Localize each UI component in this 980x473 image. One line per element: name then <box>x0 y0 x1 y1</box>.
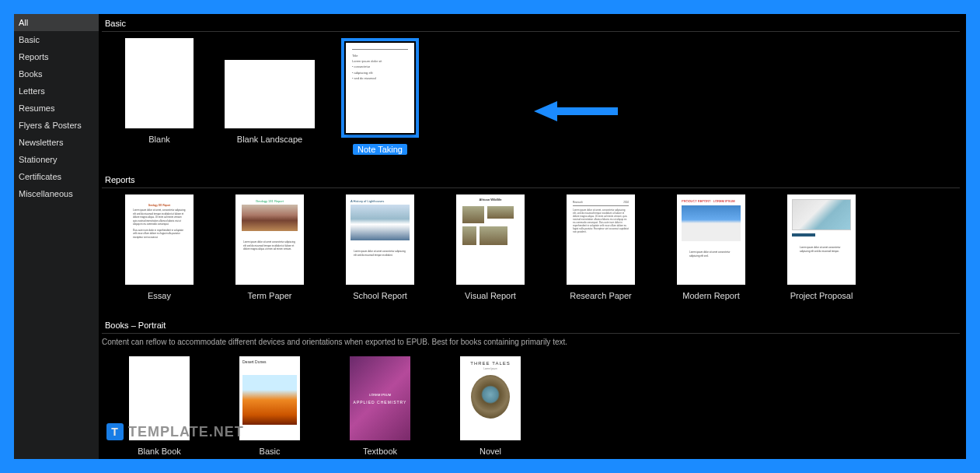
template-textbook[interactable]: LOREM IPSUM APPLIED CHEMISTRY Textbook <box>326 353 434 456</box>
template-label: Novel <box>480 447 501 456</box>
template-label: Term Paper <box>248 291 292 300</box>
template-label: Blank Landscape <box>237 135 302 144</box>
template-thumbnail: African Wildlife <box>456 194 525 285</box>
template-note-taking[interactable]: Title Lorem ipsum dolor sit • consectetu… <box>326 38 434 155</box>
template-thumbnail: Lorem ipsum dolor sit amet consectetur a… <box>787 194 856 285</box>
section-grid-books-portrait: Blank Book Desert Dunes Basic LOREM IPSU… <box>99 353 963 459</box>
template-label: Blank <box>148 135 170 144</box>
template-term-paper[interactable]: Geology 131 Report Lorem ipsum dolor sit… <box>215 194 324 300</box>
template-thumbnail: Research2024 Lorem ipsum dolor sit amet,… <box>567 194 635 285</box>
template-label: Modern Report <box>682 291 739 300</box>
template-thumbnail: THREE TALES Lorem Ipsum <box>460 356 521 440</box>
section-header-basic: Basic <box>102 16 960 32</box>
template-school-report[interactable]: A History of Lighthouses Lorem ipsum dol… <box>326 194 434 300</box>
section-desc-books-portrait: Content can reflow to accommodate differ… <box>102 337 960 347</box>
sidebar-item-all[interactable]: All <box>14 14 99 31</box>
template-label: Visual Report <box>465 291 516 300</box>
template-label: Note Taking <box>353 144 407 155</box>
template-thumbnail: A History of Lighthouses Lorem ipsum dol… <box>346 194 414 285</box>
template-thumbnail <box>125 38 194 128</box>
template-thumbnail: PRODUCT REPORT · LOREM IPSUM Lorem ipsum… <box>677 194 745 285</box>
template-thumbnail <box>225 60 315 128</box>
sidebar-item-basic[interactable]: Basic <box>14 31 99 48</box>
sidebar-item-reports[interactable]: Reports <box>14 48 99 65</box>
template-label: Blank Book <box>138 447 181 456</box>
template-label: School Report <box>353 291 407 300</box>
template-research-paper[interactable]: Research2024 Lorem ipsum dolor sit amet,… <box>546 194 655 300</box>
template-label: Basic <box>260 447 281 456</box>
template-blank-book[interactable]: Blank Book <box>105 353 214 456</box>
template-book-basic[interactable]: Desert Dunes Basic <box>215 353 324 456</box>
sidebar-item-letters[interactable]: Letters <box>14 82 99 100</box>
category-sidebar: All Basic Reports Books Letters Resumes … <box>14 14 99 459</box>
template-thumbnail <box>129 356 190 440</box>
template-novel[interactable]: THREE TALES Lorem Ipsum Novel <box>436 353 545 456</box>
section-header-reports: Reports <box>102 172 960 188</box>
template-chooser-window: All Basic Reports Books Letters Resumes … <box>14 14 966 459</box>
template-thumbnail: LOREM IPSUM APPLIED CHEMISTRY <box>350 356 410 440</box>
template-modern-report[interactable]: PRODUCT REPORT · LOREM IPSUM Lorem ipsum… <box>657 194 766 300</box>
section-grid-basic: Blank Blank Landscape Title Lorem ipsum … <box>99 38 963 170</box>
template-blank[interactable]: Blank <box>105 38 214 155</box>
template-thumbnail: Geology 101 Report Lorem ipsum dolor sit… <box>125 194 194 285</box>
sidebar-item-books[interactable]: Books <box>14 65 99 82</box>
template-thumbnail: Title Lorem ipsum dolor sit • consectetu… <box>346 43 414 133</box>
template-label: Project Proposal <box>790 291 853 300</box>
template-thumbnail: Desert Dunes <box>239 356 300 440</box>
sidebar-item-newsletters[interactable]: Newsletters <box>14 134 99 151</box>
template-visual-report[interactable]: African Wildlife Visual Report <box>436 194 545 300</box>
template-thumbnail: Geology 131 Report Lorem ipsum dolor sit… <box>235 194 304 285</box>
template-blank-landscape[interactable]: Blank Landscape <box>215 38 324 155</box>
section-grid-reports: Geology 101 Report Lorem ipsum dolor sit… <box>99 194 963 316</box>
template-label: Textbook <box>363 447 397 456</box>
template-essay[interactable]: Geology 101 Report Lorem ipsum dolor sit… <box>105 194 214 300</box>
sidebar-item-certificates[interactable]: Certificates <box>14 168 99 185</box>
template-label: Essay <box>148 291 171 300</box>
sidebar-item-stationery[interactable]: Stationery <box>14 151 99 168</box>
template-gallery[interactable]: Basic Blank Blank Landscape Title Lorem … <box>99 14 966 459</box>
template-project-proposal[interactable]: Lorem ipsum dolor sit amet consectetur a… <box>767 194 876 300</box>
sidebar-item-flyers-posters[interactable]: Flyers & Posters <box>14 117 99 134</box>
section-header-books-portrait: Books – Portrait <box>102 317 960 334</box>
sidebar-item-miscellaneous[interactable]: Miscellaneous <box>14 185 99 202</box>
sidebar-item-resumes[interactable]: Resumes <box>14 100 99 117</box>
template-label: Research Paper <box>570 291 632 300</box>
